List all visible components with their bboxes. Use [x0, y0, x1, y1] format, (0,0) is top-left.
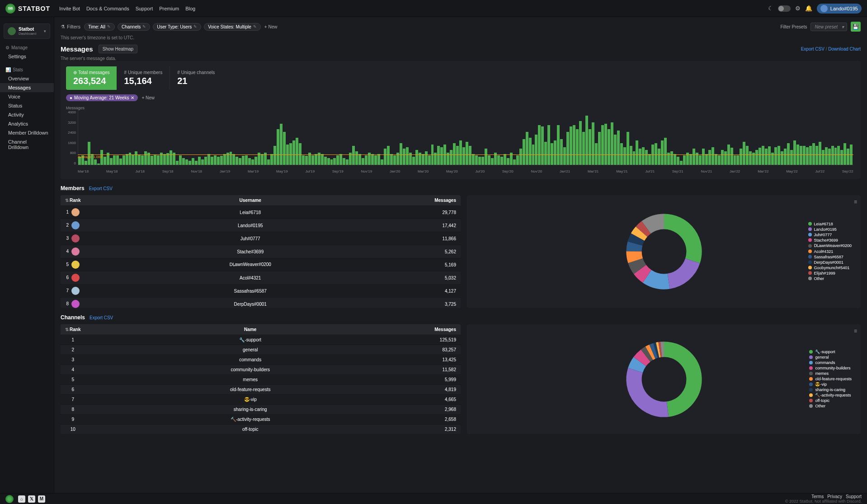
- sidebar-item-member-drilldown[interactable]: Member Drilldown: [0, 128, 54, 137]
- menu-icon[interactable]: ≡: [854, 328, 857, 334]
- filter-chip[interactable]: User Type: Users ✎: [153, 23, 201, 31]
- plus-icon: ⊕: [73, 70, 77, 75]
- col-messages[interactable]: Messages: [415, 324, 461, 335]
- gear-icon: ⚙: [5, 45, 9, 50]
- moving-average-chip[interactable]: ● Moving Average: 21 Weeks ✕: [66, 94, 138, 101]
- sidebar-item-analytics[interactable]: Analytics: [0, 119, 54, 128]
- preset-select[interactable]: New preset▾: [810, 23, 847, 31]
- twitter-icon[interactable]: 𝕏: [28, 495, 35, 503]
- footer-link-support[interactable]: Support: [846, 494, 862, 499]
- edit-icon[interactable]: ✎: [142, 24, 146, 29]
- legend-item: 🔧-support: [809, 350, 852, 354]
- stat-unique-channels[interactable]: #Unique channels21: [170, 66, 222, 90]
- table-row[interactable]: 7Sassafras#65874,127: [61, 285, 461, 298]
- legend-item: ᎠᏓawnWeaver#0200: [808, 243, 852, 248]
- members-section-title: Members: [61, 185, 85, 191]
- table-row[interactable]: 8DerpDays#00013,725: [61, 298, 461, 308]
- legend-item: Elijah#1999: [808, 271, 852, 275]
- nav-support[interactable]: Support: [136, 6, 153, 11]
- sidebar-item-status[interactable]: Status: [0, 101, 54, 110]
- filter-chip[interactable]: Time: All ✎: [84, 23, 115, 31]
- filter-icon: ⇅: [65, 327, 69, 332]
- user-name: Lando#0195: [830, 6, 858, 11]
- new-chart-filter-button[interactable]: + New: [141, 95, 155, 100]
- table-row[interactable]: 3commands13,425: [61, 355, 461, 365]
- menu-icon[interactable]: ≡: [854, 199, 857, 205]
- footer-link-privacy[interactable]: Privacy: [827, 494, 842, 499]
- footer-link-terms[interactable]: Terms: [811, 494, 824, 499]
- channels-donut-panel: ≡ 🔧-supportgeneralcommandscommunity-buil…: [467, 324, 861, 434]
- sidebar-item-activity[interactable]: Activity: [0, 110, 54, 119]
- col-username[interactable]: Username: [85, 195, 415, 206]
- show-heatmap-button[interactable]: Show Heatmap: [99, 45, 137, 53]
- table-row[interactable]: 2general83,257: [61, 345, 461, 355]
- export-csv-link[interactable]: Export CSV: [801, 47, 825, 51]
- theme-toggle[interactable]: [778, 5, 791, 12]
- download-chart-link[interactable]: Download Chart: [828, 47, 861, 51]
- sidebar-item-settings[interactable]: Settings: [0, 52, 54, 61]
- col-rank[interactable]: ⇅Rank: [61, 195, 85, 206]
- edit-icon[interactable]: ✎: [193, 24, 197, 29]
- nav-blog[interactable]: Blog: [185, 6, 195, 11]
- stat-total-messages[interactable]: ⊕Total messages263,524: [66, 66, 117, 90]
- col-rank[interactable]: ⇅Rank: [61, 324, 85, 335]
- hash-icon: #: [177, 70, 180, 75]
- col-messages[interactable]: Messages: [415, 195, 461, 206]
- discord-icon[interactable]: ⌂: [18, 495, 25, 503]
- user-chip[interactable]: Lando#0195: [817, 4, 862, 14]
- filter-chip[interactable]: Voice States: Multiple ✎: [204, 23, 261, 31]
- channels-section-title: Channels: [61, 314, 85, 321]
- preset-label: Filter Presets: [781, 24, 807, 29]
- table-row[interactable]: 3Juh#077711,866: [61, 232, 461, 245]
- gear-icon[interactable]: ⚙: [795, 5, 801, 12]
- brand-text: STATBOT: [18, 5, 50, 12]
- edit-icon[interactable]: ✎: [107, 24, 111, 29]
- topbar: SB STATBOT Invite BotDocs & CommandsSupp…: [0, 0, 867, 17]
- logo[interactable]: SB STATBOT: [5, 4, 50, 14]
- legend-item: Other: [809, 404, 852, 408]
- col-name[interactable]: Name: [85, 324, 415, 335]
- table-row[interactable]: 4community-builders11,582: [61, 365, 461, 375]
- channels-export-link[interactable]: Export CSV: [90, 315, 113, 320]
- save-preset-button[interactable]: 💾: [851, 22, 861, 32]
- table-row[interactable]: 4Stache#36995,262: [61, 245, 461, 258]
- table-row[interactable]: 1🔧-support125,519: [61, 335, 461, 345]
- new-filter-button[interactable]: + New: [264, 24, 278, 29]
- legend-item: old-feature-requests: [809, 377, 852, 381]
- nav-invite-bot[interactable]: Invite Bot: [59, 6, 80, 11]
- table-row[interactable]: 5memes5,999: [61, 375, 461, 385]
- medium-icon[interactable]: M: [38, 495, 45, 503]
- nav-premium[interactable]: Premium: [159, 6, 179, 11]
- chevron-down-icon: ▾: [44, 29, 46, 33]
- members-export-link[interactable]: Export CSV: [89, 186, 113, 191]
- bell-icon[interactable]: 🔔: [805, 5, 812, 12]
- sidebar-item-channel-drilldown[interactable]: Channel Drilldown: [0, 137, 54, 152]
- legend-item: Acol#4321: [808, 249, 852, 254]
- filter-chip[interactable]: Channels ✎: [118, 23, 150, 31]
- members-legend: Leia#6718Lando#0195Juh#0777Stache#3699ᎠᏓ…: [808, 222, 852, 282]
- nav-docs-commands[interactable]: Docs & Commands: [86, 6, 129, 11]
- close-icon[interactable]: ✕: [131, 95, 134, 100]
- table-row[interactable]: 9🔨-activity-requests2,658: [61, 415, 461, 425]
- page-title: Messages: [61, 45, 93, 53]
- legend-item: off-topic: [809, 398, 852, 403]
- footer: ⌂ 𝕏 M TermsPrivacySupport © 2022 Statbot…: [0, 493, 867, 504]
- sidebar-item-voice[interactable]: Voice: [0, 92, 54, 101]
- table-row[interactable]: 1Leia#671829,778: [61, 206, 461, 219]
- table-row[interactable]: 2Lando#019517,442: [61, 219, 461, 232]
- sidebar-item-overview[interactable]: Overview: [0, 74, 54, 83]
- table-row[interactable]: 7😎-vip4,665: [61, 395, 461, 405]
- legend-item: Stache#3699: [808, 238, 852, 243]
- table-row[interactable]: 10off-topic2,312: [61, 425, 461, 434]
- table-row[interactable]: 8sharing-is-caring2,968: [61, 405, 461, 415]
- main-chart-panel: ⊕Total messages263,524#Unique members15,…: [61, 61, 861, 179]
- table-row[interactable]: 5ᎠᏓawnWeaver#02005,169: [61, 258, 461, 271]
- table-row[interactable]: 6Acol#43215,032: [61, 271, 461, 285]
- stat-unique-members[interactable]: #Unique members15,164: [117, 66, 170, 90]
- members-donut-chart: [621, 209, 707, 294]
- server-selector[interactable]: Statbot Dashboard ▾: [4, 23, 50, 39]
- table-row[interactable]: 6old-feature-requests4,819: [61, 385, 461, 395]
- sidebar-item-messages[interactable]: Messages: [0, 83, 54, 92]
- edit-icon[interactable]: ✎: [253, 24, 257, 29]
- members-donut-panel: ≡ Leia#6718Lando#0195Juh#0777Stache#3699…: [467, 195, 861, 308]
